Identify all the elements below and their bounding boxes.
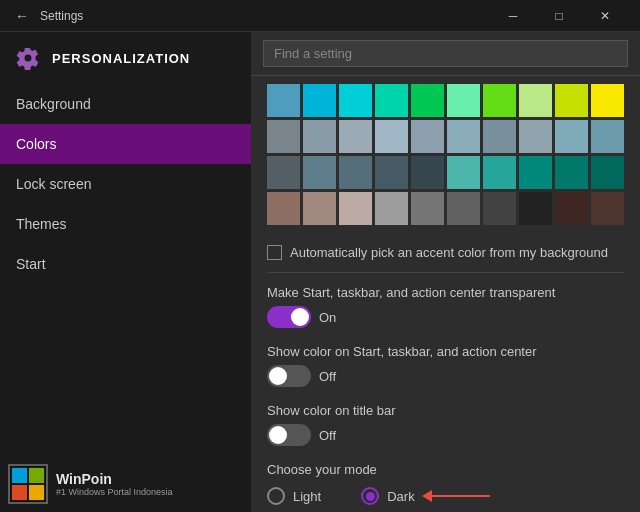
radio-option-dark[interactable]: Dark (361, 487, 414, 505)
sidebar-item-lockscreen[interactable]: Lock screen (0, 164, 251, 204)
accent-auto-row: Automatically pick an accent color from … (267, 237, 624, 268)
choose-mode-section: Choose your mode Light Dark (267, 454, 624, 512)
sidebar-item-colors[interactable]: Colors (0, 124, 251, 164)
radio-label-light: Light (293, 489, 321, 504)
swatch[interactable] (375, 120, 408, 153)
sidebar-header: PERSONALIZATION (0, 32, 251, 84)
show-color-titlebar-row: Show color on title bar Off (267, 395, 624, 454)
branding-text: WinPoin #1 Windows Portal Indonesia (56, 471, 173, 497)
winpoin-logo-svg (10, 465, 46, 503)
swatch[interactable] (411, 120, 444, 153)
swatch[interactable] (483, 120, 516, 153)
sidebar-item-start[interactable]: Start (0, 244, 251, 284)
window-title: Settings (40, 9, 83, 23)
radio-row: Light Dark (267, 487, 624, 505)
swatch[interactable] (303, 192, 336, 225)
transparent-state: On (319, 310, 336, 325)
swatch[interactable] (483, 192, 516, 225)
show-color-titlebar-label: Show color on title bar (267, 403, 624, 418)
title-bar: ← Settings ─ □ ✕ (0, 0, 640, 32)
branding-name: WinPoin (56, 471, 173, 487)
swatch[interactable] (375, 192, 408, 225)
sidebar-item-themes[interactable]: Themes (0, 204, 251, 244)
show-color-taskbar-container: Off (267, 365, 624, 387)
swatch[interactable] (591, 84, 624, 117)
swatch[interactable] (555, 84, 588, 117)
swatch[interactable] (267, 192, 300, 225)
swatch[interactable] (339, 192, 372, 225)
svg-rect-3 (12, 485, 27, 500)
swatch[interactable] (375, 156, 408, 189)
swatch[interactable] (591, 120, 624, 153)
swatch[interactable] (555, 120, 588, 153)
swatch[interactable] (483, 156, 516, 189)
search-input[interactable] (263, 40, 628, 67)
transparent-row: Make Start, taskbar, and action center t… (267, 277, 624, 336)
swatch[interactable] (555, 192, 588, 225)
swatch[interactable] (339, 84, 372, 117)
close-button[interactable]: ✕ (582, 0, 628, 32)
choose-mode-title: Choose your mode (267, 462, 624, 477)
swatch[interactable] (447, 192, 480, 225)
show-color-taskbar-label: Show color on Start, taskbar, and action… (267, 344, 624, 359)
toggle-thumb (269, 426, 287, 444)
swatch[interactable] (519, 120, 552, 153)
radio-circle-dark (361, 487, 379, 505)
swatch[interactable] (339, 156, 372, 189)
swatch[interactable] (411, 156, 444, 189)
show-color-taskbar-toggle[interactable] (267, 365, 311, 387)
sidebar-item-background[interactable]: Background (0, 84, 251, 124)
content-area: Automatically pick an accent color from … (251, 32, 640, 512)
window-controls: ─ □ ✕ (490, 0, 628, 32)
personalization-icon (16, 46, 40, 70)
swatch[interactable] (519, 84, 552, 117)
show-color-titlebar-toggle[interactable] (267, 424, 311, 446)
sidebar: PERSONALIZATION Background Colors Lock s… (0, 32, 251, 512)
swatch[interactable] (447, 156, 480, 189)
swatch[interactable] (591, 192, 624, 225)
app-container: PERSONALIZATION Background Colors Lock s… (0, 32, 640, 512)
title-bar-left: ← Settings (12, 6, 83, 26)
branding: WinPoin #1 Windows Portal Indonesia (8, 464, 173, 504)
branding-tagline: #1 Windows Portal Indonesia (56, 487, 173, 497)
swatch[interactable] (267, 84, 300, 117)
swatch[interactable] (339, 120, 372, 153)
swatch[interactable] (267, 120, 300, 153)
swatch[interactable] (447, 120, 480, 153)
accent-auto-label: Automatically pick an accent color from … (290, 245, 608, 260)
toggle-thumb (269, 367, 287, 385)
accent-auto-checkbox[interactable] (267, 245, 282, 260)
radio-circle-light (267, 487, 285, 505)
transparent-toggle[interactable] (267, 306, 311, 328)
back-button[interactable]: ← (12, 6, 32, 26)
svg-rect-1 (12, 468, 27, 483)
swatch[interactable] (555, 156, 588, 189)
transparent-toggle-container: On (267, 306, 624, 328)
swatch[interactable] (303, 156, 336, 189)
swatch[interactable] (411, 84, 444, 117)
swatches-container (251, 76, 640, 229)
settings-section: Automatically pick an accent color from … (251, 229, 640, 512)
swatch[interactable] (411, 192, 444, 225)
toggle-thumb (291, 308, 309, 326)
swatch[interactable] (303, 84, 336, 117)
swatch[interactable] (519, 192, 552, 225)
swatch[interactable] (591, 156, 624, 189)
divider (267, 272, 624, 273)
swatch[interactable] (375, 84, 408, 117)
swatch[interactable] (483, 84, 516, 117)
minimize-button[interactable]: ─ (490, 0, 536, 32)
arrow-indicator (422, 490, 490, 502)
maximize-button[interactable]: □ (536, 0, 582, 32)
swatches-grid (267, 84, 624, 225)
branding-logo (8, 464, 48, 504)
swatch[interactable] (519, 156, 552, 189)
radio-option-light[interactable]: Light (267, 487, 321, 505)
arrow-line (430, 495, 490, 497)
swatch[interactable] (447, 84, 480, 117)
show-color-titlebar-state: Off (319, 428, 336, 443)
swatch[interactable] (267, 156, 300, 189)
swatch[interactable] (303, 120, 336, 153)
svg-rect-2 (29, 468, 44, 483)
transparent-label: Make Start, taskbar, and action center t… (267, 285, 624, 300)
